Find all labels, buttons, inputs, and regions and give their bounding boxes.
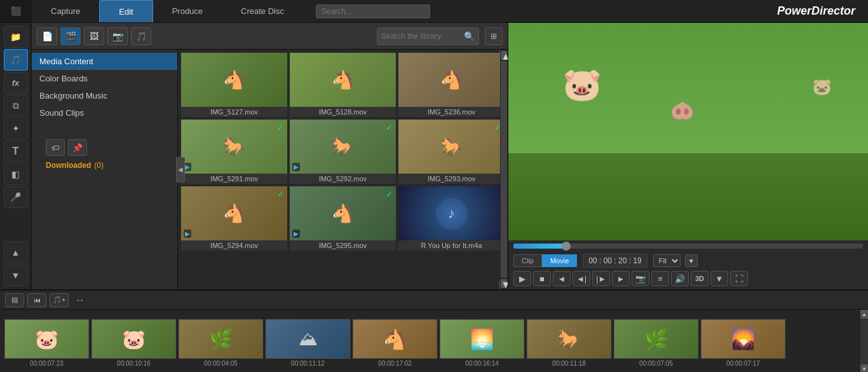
clip-time: 00:00:10:16 bbox=[92, 359, 176, 367]
sidebar-item-color-boards[interactable]: Color Boards bbox=[32, 70, 177, 87]
effects-btn[interactable]: ✦ bbox=[4, 118, 28, 139]
grid-view-btn[interactable]: ⊞ bbox=[485, 27, 503, 45]
all-media-btn[interactable]: 📄 bbox=[37, 27, 57, 45]
media-grid-inner: 🐴 IMG_5127.mov 🐴 IMG_5128.mov bbox=[181, 53, 505, 251]
down-btn[interactable]: ▼ bbox=[4, 265, 28, 286]
preview-controls: Clip Movie 00 : 00 : 20 : 19 Fit ▼ ▶ ■ ◄… bbox=[508, 240, 868, 289]
sidebar-item-media-content[interactable]: Media Content bbox=[32, 53, 177, 70]
list-item[interactable]: 🐴 ✓ ▶ IMG_5295.mov bbox=[290, 186, 396, 251]
tl-scroll-down[interactable]: ▼ bbox=[860, 364, 868, 372]
timeline-clip[interactable]: 🐴 00:00:17:02 bbox=[353, 319, 437, 367]
list-item[interactable]: 🐎 ✓ ▶ IMG_5292.mov bbox=[290, 120, 396, 184]
timeline-prev-btn[interactable]: ⏮ bbox=[27, 293, 46, 307]
pig-icon: 🐷 bbox=[562, 66, 602, 103]
timecode-display: 00 : 00 : 20 : 19 bbox=[583, 254, 647, 268]
media-filename: IMG_5128.mov bbox=[290, 107, 396, 117]
media-filename: IMG_5294.mov bbox=[181, 240, 287, 251]
clip-time: 00:00:16:14 bbox=[440, 359, 524, 367]
add-audio-btn[interactable]: 🎵+ bbox=[50, 293, 69, 307]
progress-bar-fill bbox=[513, 244, 566, 249]
tab-edit[interactable]: Edit bbox=[99, 0, 153, 22]
timeline-clip[interactable]: 🌅 00:00:16:14 bbox=[440, 319, 524, 367]
media-filename: IMG_5236.mov bbox=[398, 107, 505, 117]
audio-btn[interactable]: 🎤 bbox=[4, 186, 28, 208]
timeline-clip[interactable]: 🌿 00:00:07:05 bbox=[614, 319, 698, 367]
photo-filter-btn[interactable]: 📷 bbox=[107, 27, 128, 45]
clip-time: 00:00:11:12 bbox=[266, 359, 350, 367]
list-item[interactable]: 🐎 ✓ ▶ IMG_5291.mov bbox=[181, 120, 287, 184]
left-toolbar: 📁 🎵 fx ⧉ ✦ T ◧ 🎤 ▲ ▼ bbox=[0, 23, 32, 289]
check-icon: ✓ bbox=[277, 122, 285, 132]
downloaded-section: Downloaded (0) bbox=[38, 161, 171, 170]
clip-time: 00:00:07:17 bbox=[701, 359, 785, 367]
media-filename: IMG_5293.mov bbox=[398, 174, 505, 184]
sidebar-icon-pin[interactable]: 📌 bbox=[68, 139, 87, 156]
tab-produce[interactable]: Produce bbox=[153, 0, 222, 22]
timeline-clip[interactable]: 🌄 00:00:07:17 bbox=[701, 319, 785, 367]
text-btn[interactable]: T bbox=[4, 141, 28, 162]
list-item[interactable]: 🐴 IMG_5128.mov bbox=[290, 53, 396, 117]
timeline-clip[interactable]: 🐷 00:00:10:16 bbox=[92, 319, 176, 367]
media-thumbnail: 🐴 ✓ ▶ bbox=[181, 186, 287, 240]
in-use-icon: ▶ bbox=[292, 163, 300, 171]
video-filter-btn[interactable]: 🎬 bbox=[60, 27, 81, 45]
fit-dropdown-btn[interactable]: ▼ bbox=[685, 254, 698, 267]
search-icon: 🔍 bbox=[464, 31, 475, 41]
progress-thumb[interactable] bbox=[562, 242, 571, 251]
3d-btn[interactable]: 3D bbox=[691, 271, 709, 286]
media-btn[interactable]: 📁 bbox=[4, 26, 28, 48]
progress-bar-container[interactable] bbox=[513, 244, 863, 249]
media-thumbnail: ♪ bbox=[398, 186, 505, 240]
library-search-input[interactable] bbox=[381, 32, 464, 41]
fit-select[interactable]: Fit bbox=[653, 254, 681, 267]
3d-dropdown-btn[interactable]: ▼ bbox=[710, 271, 728, 286]
fx-btn[interactable]: fx bbox=[4, 72, 28, 93]
next-frame-btn[interactable]: |► bbox=[592, 271, 610, 286]
subtitle-btn[interactable]: ≡ bbox=[651, 271, 669, 286]
timeline-clip[interactable]: 🐎 00:00:11:18 bbox=[527, 319, 611, 367]
audio-filter-btn[interactable]: 🎵 bbox=[131, 27, 151, 45]
snapshot-btn[interactable]: 📷 bbox=[632, 271, 649, 286]
tab-create-disc[interactable]: Create Disc bbox=[222, 0, 303, 22]
timeline-view-btn[interactable]: ▤ bbox=[5, 293, 24, 307]
forward-btn[interactable]: ► bbox=[612, 271, 630, 286]
stop-btn[interactable]: ■ bbox=[533, 271, 551, 286]
volume-btn[interactable]: 🔊 bbox=[671, 271, 689, 286]
tl-scroll-up[interactable]: ▲ bbox=[860, 310, 868, 319]
tab-capture[interactable]: Capture bbox=[32, 0, 99, 22]
in-use-icon: ▶ bbox=[184, 230, 191, 238]
video-frame: 🐷 🐽 🐷 bbox=[508, 23, 868, 240]
chroma-btn[interactable]: ◧ bbox=[4, 163, 28, 185]
topbar: ⬛ Capture Edit Produce Create Disc Power… bbox=[0, 0, 868, 23]
list-item[interactable]: ♪ R You Up for It.m4a bbox=[398, 186, 505, 251]
list-item[interactable]: 🐴 IMG_5127.mov bbox=[181, 53, 287, 117]
clip-tab[interactable]: Clip bbox=[513, 254, 542, 267]
top-search-input[interactable] bbox=[316, 4, 430, 18]
list-item[interactable]: 🐴 IMG_5236.mov bbox=[398, 53, 505, 117]
movie-tab[interactable]: Movie bbox=[542, 254, 577, 267]
timeline-clip[interactable]: 🐷 00:00:07:23 bbox=[4, 319, 89, 367]
list-item[interactable]: 🐴 ✓ ▶ IMG_5294.mov bbox=[181, 186, 287, 251]
list-item[interactable]: 🐎 ✓ IMG_5293.mov bbox=[398, 120, 505, 184]
image-filter-btn[interactable]: 🖼 bbox=[84, 27, 104, 45]
up-btn[interactable]: ▲ bbox=[4, 242, 28, 263]
media-thumbnail: 🐎 ✓ bbox=[398, 120, 505, 174]
music-icon: ♪ bbox=[436, 198, 468, 230]
library-btn[interactable]: 🎵 bbox=[4, 49, 28, 71]
sidebar-icon-tag[interactable]: 🏷 bbox=[46, 139, 65, 156]
prev-frame-btn[interactable]: ◄| bbox=[573, 271, 590, 286]
fullscreen-btn[interactable]: ⛶ bbox=[730, 271, 748, 286]
library-sidebar: Media Content Color Boards Background Mu… bbox=[32, 50, 178, 289]
sidebar-item-background-music[interactable]: Background Music bbox=[32, 87, 177, 104]
scrollbar-down[interactable]: ▼ bbox=[501, 279, 507, 288]
check-icon: ✓ bbox=[277, 189, 285, 199]
sidebar-collapse-btn[interactable]: ◀ bbox=[176, 157, 185, 183]
sidebar-item-sound-clips[interactable]: Sound Clips bbox=[32, 104, 177, 121]
rewind-btn[interactable]: ◄ bbox=[553, 271, 571, 286]
timeline-clip[interactable]: ⛰ 00:00:11:12 bbox=[266, 319, 350, 367]
library-search-box[interactable]: 🔍 bbox=[377, 27, 479, 45]
play-btn[interactable]: ▶ bbox=[513, 271, 531, 286]
transition-btn[interactable]: ⧉ bbox=[4, 95, 28, 116]
scrollbar-up[interactable]: ▲ bbox=[501, 51, 507, 60]
timeline-clip[interactable]: 🌿 00:00:04:05 bbox=[179, 319, 263, 367]
